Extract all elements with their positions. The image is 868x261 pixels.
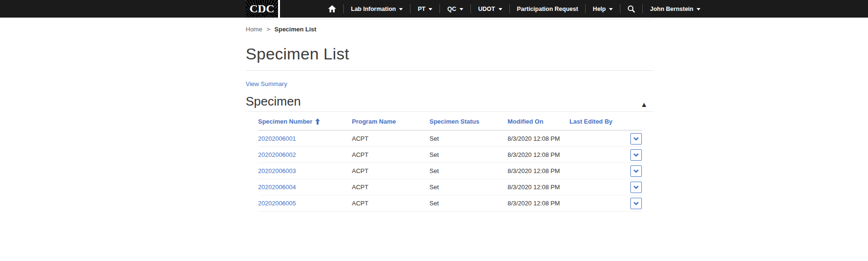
- table-row: 20202006004 ACPT Set 8/3/2020 12:08 PM: [258, 179, 642, 195]
- specimen-status-cell: Set: [429, 163, 508, 179]
- navbar-inner: CDC Lab Information PT QC: [246, 0, 708, 18]
- specimen-status-cell: Set: [429, 179, 508, 195]
- program-name-cell: ACPT: [352, 147, 429, 163]
- collapse-arrow-icon: ▲: [640, 100, 648, 108]
- row-actions-dropdown-button[interactable]: [630, 133, 642, 145]
- home-button[interactable]: [321, 0, 343, 18]
- nav-item-pt[interactable]: PT: [410, 0, 439, 18]
- column-label: Modified On: [508, 118, 543, 125]
- chevron-down-icon: [399, 8, 403, 10]
- modified-on-cell: 8/3/2020 12:08 PM: [508, 130, 569, 147]
- breadcrumb-current: Specimen List: [274, 26, 316, 33]
- chevron-down-icon: [633, 202, 639, 205]
- section-title: Specimen: [246, 94, 301, 109]
- specimen-table-container: Specimen Number Program Name Specimen St…: [258, 114, 653, 212]
- cdc-logo-text: CDC: [249, 2, 274, 15]
- last-edited-by-cell: [569, 195, 626, 212]
- chevron-down-icon: [633, 169, 639, 173]
- table-row: 20202006002 ACPT Set 8/3/2020 12:08 PM: [258, 147, 642, 163]
- nav-item-label: Participation Request: [517, 6, 579, 12]
- last-edited-by-cell: [569, 179, 626, 195]
- specimen-number-link[interactable]: 20202006003: [258, 167, 296, 174]
- title-divider: [246, 70, 653, 71]
- specimen-table: Specimen Number Program Name Specimen St…: [258, 114, 642, 212]
- nav-item-label: Help: [593, 6, 606, 12]
- specimen-number-link[interactable]: 20202006004: [258, 184, 296, 191]
- last-edited-by-cell: [569, 163, 626, 179]
- table-header-row: Specimen Number Program Name Specimen St…: [258, 114, 642, 130]
- chevron-down-icon: [633, 137, 639, 141]
- sort-ascending-icon: [315, 118, 320, 125]
- chevron-down-icon: [633, 185, 639, 189]
- program-name-cell: ACPT: [352, 179, 429, 195]
- collapse-section-button[interactable]: ▲: [640, 101, 653, 109]
- program-name-cell: ACPT: [352, 130, 429, 147]
- row-actions-dropdown-button[interactable]: [630, 182, 642, 193]
- specimen-number-link[interactable]: 20202006002: [258, 151, 296, 158]
- main-menu: Lab Information PT QC UDOT: [321, 0, 708, 18]
- user-name-label: John Bernstein: [650, 6, 693, 12]
- search-icon: [628, 5, 635, 13]
- page-title: Specimen List: [246, 45, 653, 63]
- table-row: 20202006005 ACPT Set 8/3/2020 12:08 PM: [258, 195, 642, 212]
- chevron-down-icon: [429, 8, 432, 10]
- column-header-specimen-status[interactable]: Specimen Status: [429, 114, 508, 130]
- chevron-down-icon: [633, 153, 639, 157]
- specimen-number-link[interactable]: 20202006005: [258, 200, 296, 207]
- nav-item-label: QC: [447, 6, 456, 12]
- nav-item-participation-request[interactable]: Participation Request: [510, 0, 586, 18]
- table-row: 20202006001 ACPT Set 8/3/2020 12:08 PM: [258, 130, 642, 147]
- main-content: Home > Specimen List Specimen List View …: [246, 19, 653, 212]
- chevron-down-icon: [609, 8, 613, 10]
- breadcrumb-home-link[interactable]: Home: [246, 26, 262, 33]
- program-name-cell: ACPT: [352, 163, 429, 179]
- row-actions-dropdown-button[interactable]: [630, 149, 642, 161]
- column-header-actions: [626, 114, 642, 130]
- chevron-down-icon: [499, 8, 502, 10]
- column-header-specimen-number[interactable]: Specimen Number: [258, 114, 352, 130]
- column-header-last-edited-by[interactable]: Last Edited By: [569, 114, 626, 130]
- column-header-modified-on[interactable]: Modified On: [508, 114, 569, 130]
- modified-on-cell: 8/3/2020 12:08 PM: [508, 163, 569, 179]
- column-label: Last Edited By: [569, 118, 612, 125]
- user-menu-button[interactable]: John Bernstein: [643, 0, 708, 18]
- nav-item-label: Lab Information: [351, 6, 396, 12]
- nav-item-qc[interactable]: QC: [440, 0, 470, 18]
- breadcrumb-separator: >: [267, 26, 270, 33]
- specimen-number-link[interactable]: 20202006001: [258, 135, 296, 142]
- search-button[interactable]: [620, 0, 642, 18]
- column-header-program-name[interactable]: Program Name: [352, 114, 429, 130]
- last-edited-by-cell: [569, 130, 626, 147]
- nav-item-udot[interactable]: UDOT: [471, 0, 509, 18]
- table-row: 20202006003 ACPT Set 8/3/2020 12:08 PM: [258, 163, 642, 179]
- column-label: Program Name: [352, 118, 396, 125]
- row-actions-dropdown-button[interactable]: [630, 165, 642, 177]
- view-summary-link[interactable]: View Summary: [246, 80, 287, 87]
- top-navbar: CDC Lab Information PT QC: [0, 0, 868, 18]
- cdc-logo[interactable]: CDC: [246, 0, 280, 18]
- row-actions-dropdown-button[interactable]: [630, 198, 642, 209]
- specimen-list-page: CDC Lab Information PT QC: [0, 0, 868, 261]
- column-label: Specimen Number: [258, 118, 312, 125]
- chevron-down-icon: [697, 8, 700, 10]
- modified-on-cell: 8/3/2020 12:08 PM: [508, 147, 569, 163]
- nav-item-lab-information[interactable]: Lab Information: [344, 0, 410, 18]
- chevron-down-icon: [459, 8, 463, 10]
- breadcrumb: Home > Specimen List: [246, 19, 653, 33]
- specimen-status-cell: Set: [429, 130, 508, 147]
- modified-on-cell: 8/3/2020 12:08 PM: [508, 195, 569, 212]
- program-name-cell: ACPT: [352, 195, 429, 212]
- nav-item-label: PT: [418, 6, 425, 12]
- modified-on-cell: 8/3/2020 12:08 PM: [508, 179, 569, 195]
- nav-item-label: UDOT: [478, 6, 495, 12]
- last-edited-by-cell: [569, 147, 626, 163]
- specimen-section-header: Specimen ▲: [246, 94, 653, 112]
- specimen-status-cell: Set: [429, 195, 508, 212]
- nav-item-help[interactable]: Help: [586, 0, 620, 18]
- home-icon: [328, 5, 336, 12]
- column-label: Specimen Status: [429, 118, 479, 125]
- specimen-status-cell: Set: [429, 147, 508, 163]
